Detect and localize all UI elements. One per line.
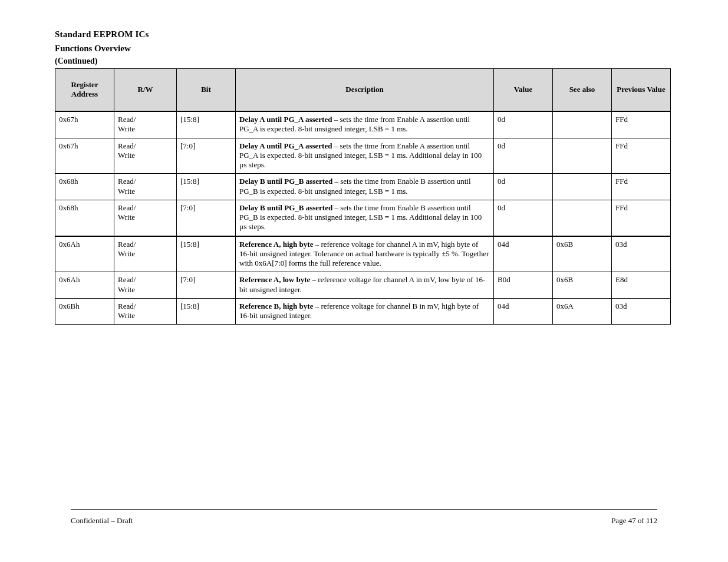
cell-address: 0x68h: [55, 174, 114, 200]
cell-access: Read/Write: [114, 298, 177, 325]
table-row: 0x67hRead/Write[7:0]Delay A until PG_A a…: [55, 138, 671, 174]
cell-seealso: [553, 111, 612, 138]
cell-seealso: [553, 174, 612, 200]
cell-address: 0x67h: [55, 138, 114, 174]
footer-right: Page 47 of 112: [611, 516, 657, 525]
cell-access: Read/Write: [114, 138, 177, 174]
cell-seealso: [553, 200, 612, 236]
cell-value: B0d: [494, 272, 553, 299]
col-header-previous: Previous Value: [612, 69, 671, 112]
footer-left: Confidential – Draft: [71, 516, 133, 525]
cell-previous: 03d: [612, 236, 671, 272]
cell-desc: Delay A until PG_A asserted – sets the t…: [236, 111, 494, 138]
cell-bit: [15:8]: [177, 111, 236, 138]
cell-value: 0d: [494, 200, 553, 236]
cell-desc: Reference B, high byte – reference volta…: [236, 298, 494, 325]
cell-desc: Reference A, high byte – reference volta…: [236, 236, 494, 272]
cell-desc: Delay B until PG_B asserted – sets the t…: [236, 200, 494, 236]
cell-access: Read/Write: [114, 111, 177, 138]
cell-previous: FFd: [612, 138, 671, 174]
col-header-address: Register Address: [55, 69, 114, 112]
cell-seealso: 0x6B: [553, 272, 612, 299]
cell-previous: FFd: [612, 111, 671, 138]
cell-value: 0d: [494, 174, 553, 200]
cell-address: 0x67h: [55, 111, 114, 138]
cell-address: 0x6Bh: [55, 298, 114, 325]
cell-address: 0x6Ah: [55, 236, 114, 272]
cell-seealso: [553, 138, 612, 174]
cell-bit: [15:8]: [177, 174, 236, 200]
col-header-value: Value: [494, 69, 553, 112]
cell-seealso: 0x6A: [553, 298, 612, 325]
cell-bit: [15:8]: [177, 298, 236, 325]
cell-value: 04d: [494, 298, 553, 325]
cell-bit: [7:0]: [177, 138, 236, 174]
cell-desc: Delay A until PG_A asserted – sets the t…: [236, 138, 494, 174]
cell-bit: [7:0]: [177, 200, 236, 236]
cell-access: Read/Write: [114, 200, 177, 236]
cell-address: 0x6Ah: [55, 272, 114, 299]
table-row: 0x67hRead/Write[15:8]Delay A until PG_A …: [55, 111, 671, 138]
cell-bit: [7:0]: [177, 272, 236, 299]
cell-access: Read/Write: [114, 272, 177, 299]
table-row: 0x6AhRead/Write[7:0]Reference A, low byt…: [55, 272, 671, 299]
table-row: 0x6BhRead/Write[15:8]Reference B, high b…: [55, 298, 671, 325]
cell-seealso: 0x6B: [553, 236, 612, 272]
cell-desc: Delay B until PG_B asserted – sets the t…: [236, 174, 494, 200]
cell-access: Read/Write: [114, 236, 177, 272]
register-table: Register Address R/W Bit Description Val…: [55, 68, 671, 325]
cell-previous: 03d: [612, 298, 671, 325]
table-row: 0x6AhRead/Write[15:8]Reference A, high b…: [55, 236, 671, 272]
table-header-row: Register Address R/W Bit Description Val…: [55, 69, 671, 112]
footer-rule: [71, 509, 657, 510]
continued-label: (Continued): [55, 57, 97, 66]
cell-value: 0d: [494, 138, 553, 174]
cell-bit: [15:8]: [177, 236, 236, 272]
cell-value: 0d: [494, 111, 553, 138]
table-row: 0x68hRead/Write[7:0]Delay B until PG_B a…: [55, 200, 671, 236]
cell-previous: E8d: [612, 272, 671, 299]
cell-previous: FFd: [612, 174, 671, 200]
col-header-desc: Description: [236, 69, 494, 112]
col-header-seealso: See also: [553, 69, 612, 112]
cell-address: 0x68h: [55, 200, 114, 236]
col-header-bit: Bit: [177, 69, 236, 112]
cell-desc: Reference A, low byte – reference voltag…: [236, 272, 494, 299]
document-title: Standard EEPROM ICs: [55, 29, 149, 39]
cell-previous: FFd: [612, 200, 671, 236]
section-title: Functions Overview: [55, 44, 131, 54]
cell-value: 04d: [494, 236, 553, 272]
cell-access: Read/Write: [114, 174, 177, 200]
col-header-access: R/W: [114, 69, 177, 112]
table-row: 0x68hRead/Write[15:8]Delay B until PG_B …: [55, 174, 671, 200]
